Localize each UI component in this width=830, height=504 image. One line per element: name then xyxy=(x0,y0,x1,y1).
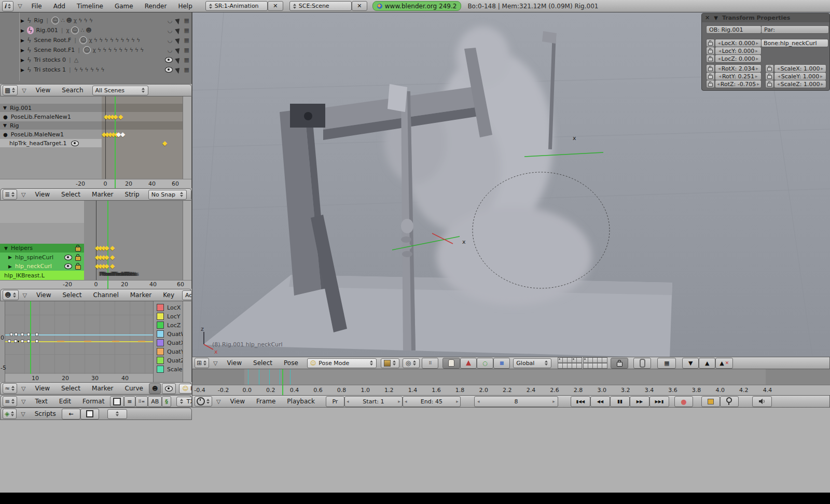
outliner-item-label[interactable]: Rig xyxy=(34,17,44,24)
menu-timeline[interactable]: Timeline xyxy=(71,3,109,10)
next-key-button[interactable]: ▶▶ xyxy=(630,396,649,407)
scale-field[interactable]: ◂ScaleZ: 1.000▸ xyxy=(774,80,826,88)
nla-channel-label[interactable]: Rig xyxy=(10,122,19,129)
menu-curve[interactable]: Curve xyxy=(119,385,149,392)
menu-add[interactable]: Add xyxy=(48,3,71,10)
menu-select[interactable]: Select xyxy=(56,385,86,392)
end-frame-field[interactable]: ◂ End: 45 ▸ xyxy=(403,396,461,407)
curve-point[interactable] xyxy=(35,340,38,343)
bone-field[interactable]: Bone:hlp_neckCurl xyxy=(761,39,828,47)
menu-game[interactable]: Game xyxy=(109,3,139,10)
action-channel[interactable]: ▼Helpers xyxy=(0,244,84,253)
pose-copy-button[interactable]: ▼ xyxy=(682,358,699,369)
lock-toggle[interactable] xyxy=(706,39,715,47)
expander-icon[interactable]: ▼ xyxy=(3,123,7,128)
eye-icon[interactable] xyxy=(165,57,173,63)
draw-type-dropdown[interactable] xyxy=(381,358,399,368)
chevron-down-icon[interactable]: ▽ xyxy=(21,191,25,198)
menu-strip[interactable]: Strip xyxy=(119,191,145,198)
action-channel-label[interactable]: Helpers xyxy=(11,245,33,251)
curve-point-black[interactable] xyxy=(18,341,19,342)
expander-icon[interactable]: ▶ xyxy=(21,18,24,23)
ipo-channel-item[interactable]: LocX xyxy=(157,304,181,311)
text-syntax-button[interactable]: AB xyxy=(148,396,162,407)
keyframe-diamond[interactable]: ◆ xyxy=(110,263,115,269)
chevron-down-icon[interactable]: ▽ xyxy=(213,360,217,367)
ipo-channel-item[interactable]: QuatW xyxy=(157,330,187,338)
current-frame-line[interactable] xyxy=(30,301,31,382)
render-icon[interactable]: ▦ xyxy=(184,27,189,34)
keyframe-diamond[interactable]: ◆ xyxy=(113,114,118,120)
menu-help[interactable]: Help xyxy=(172,3,198,10)
menu-view[interactable]: View xyxy=(224,398,250,405)
pose-paste-flipped-button[interactable]: ▲✕ xyxy=(715,358,733,369)
eye-icon[interactable] xyxy=(165,67,173,73)
keyframe-diamond[interactable]: ◆ xyxy=(110,245,115,251)
menu-view[interactable]: View xyxy=(31,291,57,299)
ipo-channel-item[interactable]: LocY xyxy=(157,313,180,320)
scene-browser[interactable]: SCE:Scene xyxy=(289,1,352,11)
expander-icon[interactable]: ▼ xyxy=(4,246,8,251)
render-icon[interactable]: ▦ xyxy=(184,47,189,53)
expander-icon[interactable]: ▶ xyxy=(21,38,24,43)
layer-button[interactable] xyxy=(576,357,582,363)
curve-point[interactable] xyxy=(15,333,18,336)
outliner-scope-dropdown[interactable]: All Scenes xyxy=(92,86,148,95)
outliner-row[interactable]: ▶ϟTri stocks 0|△▦ xyxy=(0,55,191,65)
mute-audio-button[interactable] xyxy=(752,396,772,407)
expander-icon[interactable]: ▶ xyxy=(21,28,24,33)
menu-format[interactable]: Format xyxy=(77,398,110,405)
prev-key-button[interactable]: ◀◀ xyxy=(590,396,610,407)
action-channel[interactable]: ▶hlp_spineCurl xyxy=(0,253,84,262)
scripts-back-button[interactable]: ← xyxy=(62,409,80,419)
text-linenumbers-button[interactable]: ⠿≡ xyxy=(135,396,148,407)
nla-channel-label[interactable]: PoseLib.FemaleNew1 xyxy=(11,114,71,120)
cursor-icon[interactable] xyxy=(175,26,182,34)
chevron-down-icon[interactable]: ▽ xyxy=(22,87,26,94)
editor-type-button[interactable] xyxy=(195,396,212,407)
menu-view[interactable]: View xyxy=(222,359,247,367)
preview-range-button[interactable]: Pr xyxy=(326,396,344,407)
window-type-button[interactable]: i xyxy=(2,1,13,11)
start-frame-field[interactable]: ◂ Start: 1 ▸ xyxy=(344,396,403,407)
mode-dropdown[interactable]: ☺Pose Mode xyxy=(307,358,377,368)
action-channel-label[interactable]: hlp_spineCurl xyxy=(15,254,53,261)
editor-type-button[interactable]: ≈ xyxy=(3,383,17,394)
curve-point[interactable] xyxy=(14,340,17,343)
jump-start-button[interactable]: ▮◀◀ xyxy=(571,396,590,407)
outliner-row[interactable]: ▶ϟScene Root.F|☺χϟϟϟϟϟϟϟϟϟ◡▦ xyxy=(0,35,191,45)
marker-line[interactable] xyxy=(290,369,290,385)
lock-toggle[interactable] xyxy=(706,54,715,63)
marker-line[interactable] xyxy=(280,369,280,385)
cursor-icon[interactable] xyxy=(175,17,182,24)
render-icon[interactable]: ▦ xyxy=(184,66,189,73)
keyframe-diamond[interactable]: ◆ xyxy=(104,254,109,260)
lock-icon[interactable] xyxy=(75,247,81,251)
lock-toggle[interactable] xyxy=(706,80,715,88)
curve-point[interactable] xyxy=(27,340,30,343)
action-mode-dropdown[interactable]: Action Editor xyxy=(182,290,192,300)
marker-line[interactable] xyxy=(248,369,248,385)
action-channel-label[interactable]: hlp_neckCurl xyxy=(15,263,52,270)
loc-field[interactable]: ◂LocX: 0.000▸ xyxy=(715,39,762,47)
close-icon[interactable]: ✕ xyxy=(705,15,710,21)
nla-channel[interactable]: ●PoseLib.FemaleNew1 xyxy=(0,113,102,121)
collapse-icon[interactable]: ▼ xyxy=(714,15,718,21)
menu-file[interactable]: File xyxy=(26,3,48,10)
outliner-item-label[interactable]: Scene Root.F xyxy=(34,37,72,44)
autokey-button[interactable] xyxy=(701,396,720,407)
action-channel[interactable]: hlp_IKBreast.L xyxy=(0,271,84,280)
snap-grid-button[interactable]: ⠿ xyxy=(422,358,438,369)
cursor-icon[interactable] xyxy=(175,66,182,73)
keyframe-diamond[interactable]: ◆ xyxy=(104,263,109,269)
outliner-row[interactable]: ▶ϟRig|☺∴☻χϟϟϟ◡▦ xyxy=(0,16,191,25)
timeline-ruler[interactable]: -0.4-0.20.00.20.40.60.81.01.21.41.61.82.… xyxy=(192,385,830,395)
render-icon[interactable]: ▦ xyxy=(184,57,189,63)
chevron-down-icon[interactable]: ▽ xyxy=(23,292,27,299)
scale-field[interactable]: ◂ScaleX: 1.000▸ xyxy=(774,64,826,73)
current-frame-field[interactable]: ◂ 8 ▸ xyxy=(474,396,558,407)
menu-edit[interactable]: Edit xyxy=(53,398,77,405)
eye-icon[interactable] xyxy=(71,141,79,146)
layer-button[interactable] xyxy=(602,357,607,363)
render-icon[interactable]: ▦ xyxy=(184,17,189,24)
